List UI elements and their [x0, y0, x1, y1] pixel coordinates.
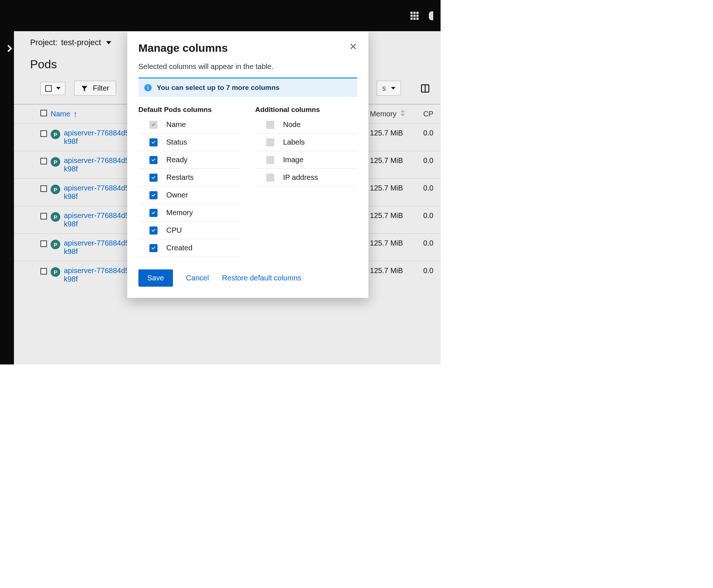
column-header-cpu-label: CP — [423, 110, 434, 118]
column-option-label: CPU — [166, 226, 182, 235]
column-option-label: Restarts — [166, 173, 193, 182]
modal-close-button[interactable]: ✕ — [349, 42, 357, 51]
column-option[interactable]: Status — [138, 134, 240, 151]
pod-resource-badge: P — [51, 157, 60, 167]
sidebar-collapsed[interactable] — [0, 31, 14, 364]
bulk-select-dropdown[interactable] — [40, 82, 65, 95]
column-option[interactable]: Memory — [138, 204, 240, 222]
project-name: test-project — [61, 38, 101, 47]
column-option[interactable]: Name — [138, 116, 240, 134]
pod-cpu: 0.0 — [420, 206, 441, 234]
row-checkbox[interactable] — [40, 268, 47, 275]
pod-cpu: 0.0 — [420, 234, 441, 261]
row-checkbox[interactable] — [40, 213, 47, 219]
chevron-down-icon — [391, 87, 395, 90]
row-checkbox[interactable] — [40, 185, 47, 192]
column-option-label: Owner — [166, 191, 188, 199]
filter-button[interactable]: Filter — [74, 81, 116, 96]
column-option[interactable]: Restarts — [138, 169, 240, 186]
row-checkbox[interactable] — [40, 240, 47, 247]
cancel-button[interactable]: Cancel — [186, 274, 209, 282]
pod-resource-badge: P — [51, 212, 60, 222]
row-checkbox[interactable] — [40, 130, 47, 137]
column-header-checkbox[interactable] — [14, 104, 47, 124]
column-option[interactable]: Labels — [255, 134, 357, 151]
column-checkbox[interactable] — [149, 156, 158, 164]
additional-columns-heading: Additional columns — [255, 106, 357, 114]
pod-resource-badge: P — [51, 240, 60, 249]
column-header-cpu[interactable]: CP — [420, 104, 441, 124]
column-option-label: Name — [166, 120, 186, 129]
pod-resource-badge: P — [51, 130, 60, 139]
column-header-memory[interactable]: Memory — [366, 104, 420, 124]
manage-columns-modal: Manage columns ✕ Selected columns will a… — [127, 31, 369, 298]
page-content: Project: test-project Pods Filter s — [14, 31, 441, 364]
top-bar — [0, 0, 441, 31]
bulk-select-checkbox[interactable] — [45, 85, 52, 92]
column-header-memory-label: Memory — [370, 110, 397, 118]
column-option[interactable]: CPU — [138, 222, 240, 239]
modal-title: Manage columns — [138, 42, 228, 54]
column-option[interactable]: IP address — [255, 169, 357, 186]
column-option-label: Created — [166, 244, 192, 252]
column-checkbox[interactable] — [149, 226, 158, 235]
pod-memory: 125.7 MiB — [366, 261, 420, 289]
modal-subtitle: Selected columns will appear in the tabl… — [138, 62, 357, 71]
column-checkbox[interactable] — [266, 174, 274, 182]
column-option-label: Status — [166, 138, 187, 146]
pod-memory: 125.7 MiB — [366, 234, 420, 261]
column-option-label: Labels — [283, 138, 305, 146]
pod-cpu: 0.0 — [420, 124, 441, 151]
column-option-label: Node — [283, 120, 301, 129]
modal-info-text: You can select up to 7 more columns — [157, 84, 279, 92]
column-option[interactable]: Owner — [138, 186, 240, 204]
column-option[interactable]: Image — [255, 151, 357, 169]
column-checkbox[interactable] — [266, 138, 274, 146]
filter-button-label: Filter — [93, 84, 109, 92]
column-option[interactable]: Created — [138, 239, 240, 257]
default-columns-group: Default Pods columns NameStatusReadyRest… — [138, 106, 240, 257]
view-dropdown[interactable]: s — [377, 81, 401, 96]
close-icon: ✕ — [349, 41, 357, 52]
project-label: Project: — [30, 38, 58, 47]
column-option-label: Image — [283, 156, 304, 164]
column-option[interactable]: Node — [255, 116, 357, 134]
column-checkbox[interactable] — [149, 244, 158, 252]
column-option-label: Memory — [166, 208, 193, 217]
save-button[interactable]: Save — [138, 269, 173, 287]
column-option-label: IP address — [283, 173, 318, 182]
column-checkbox[interactable] — [266, 121, 274, 129]
pod-resource-badge: P — [51, 185, 60, 194]
chevron-down-icon — [56, 87, 61, 90]
column-checkbox[interactable] — [149, 209, 158, 217]
sidebar-chevron-icon — [5, 45, 12, 52]
pod-cpu: 0.0 — [420, 261, 441, 289]
column-header-name-label: Name — [51, 110, 70, 118]
column-option[interactable]: Ready — [138, 151, 240, 169]
columns-icon — [421, 84, 430, 93]
row-checkbox[interactable] — [40, 158, 47, 164]
default-columns-heading: Default Pods columns — [138, 106, 240, 114]
manage-columns-button[interactable] — [421, 84, 430, 93]
sort-neutral-icon — [401, 110, 405, 116]
modal-info-banner: i You can select up to 7 more columns — [138, 77, 357, 97]
column-checkbox[interactable] — [149, 174, 158, 182]
viewport: Project: test-project Pods Filter s — [0, 0, 441, 364]
view-dropdown-tail: s — [382, 84, 386, 92]
chevron-down-icon — [106, 41, 111, 44]
restore-defaults-button[interactable]: Restore default columns — [222, 274, 301, 282]
column-checkbox[interactable] — [149, 138, 158, 146]
pod-memory: 125.7 MiB — [366, 124, 420, 151]
filter-icon — [81, 85, 88, 92]
pod-cpu: 0.0 — [420, 151, 441, 179]
column-checkbox — [149, 121, 158, 129]
pod-memory: 125.7 MiB — [366, 151, 420, 179]
additional-columns-group: Additional columns NodeLabelsImageIP add… — [255, 106, 357, 257]
notification-bell-icon[interactable] — [429, 11, 433, 20]
app-launcher-icon[interactable] — [410, 12, 419, 20]
column-option-label: Ready — [166, 156, 188, 164]
pod-resource-badge: P — [51, 267, 60, 277]
info-icon: i — [144, 84, 152, 91]
column-checkbox[interactable] — [266, 156, 274, 164]
column-checkbox[interactable] — [149, 191, 158, 199]
